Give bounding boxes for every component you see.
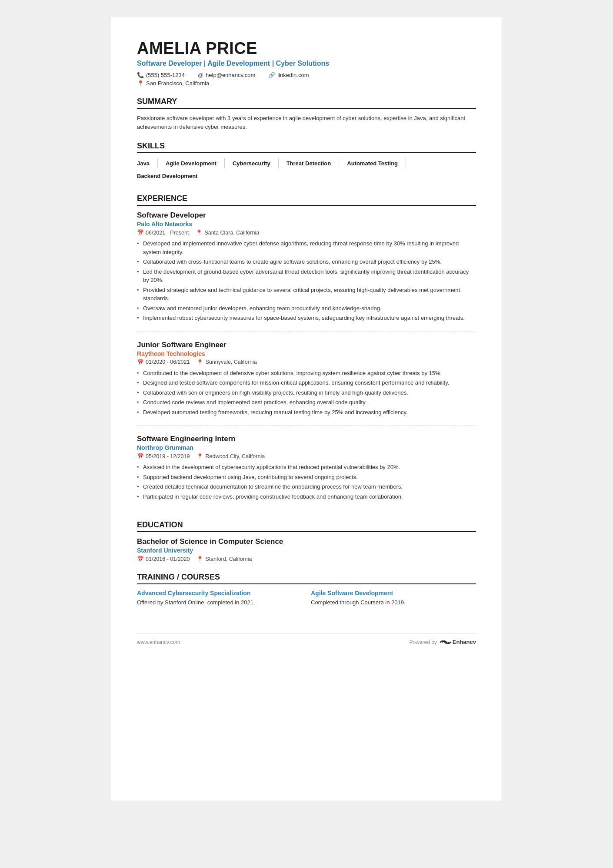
- job-2-company: Raytheon Technologies: [137, 350, 476, 357]
- job-1-title: Software Developer: [137, 211, 476, 220]
- linkedin-icon: 🔗: [268, 72, 275, 78]
- footer: www.enhancv.com Powered by Enhancv: [137, 633, 476, 646]
- bullet-item: Developed automated testing frameworks, …: [137, 408, 476, 417]
- email-text: help@enhancv.com: [206, 72, 255, 78]
- location-icon-3: 📍: [197, 453, 203, 459]
- training-section: TRAINING / COURSES Advanced Cybersecurit…: [137, 573, 476, 607]
- experience-section: EXPERIENCE Software Developer Palo Alto …: [137, 194, 476, 510]
- footer-url: www.enhancv.com: [137, 639, 180, 645]
- training-title: TRAINING / COURSES: [137, 573, 476, 584]
- job-2-meta: 📅 01/2020 - 06/2021 📍 Sunnyvale, Califor…: [137, 359, 476, 365]
- location-pin-icon: 📍: [137, 80, 144, 87]
- edu-meta: 📅 01/2016 - 01/2020 📍 Stanford, Californ…: [137, 556, 476, 562]
- enhancv-icon: [440, 639, 452, 646]
- job-3-title: Software Engineering Intern: [137, 435, 476, 443]
- training-1-desc: Offered by Stanford Online, completed in…: [137, 598, 302, 607]
- bullet-item: Designed and tested software components …: [137, 379, 476, 387]
- bullet-item: Assisted in the development of cybersecu…: [137, 463, 476, 472]
- bullet-item: Developed and implemented innovative cyb…: [137, 239, 476, 256]
- job-2-bullets: Contributed to the development of defens…: [137, 369, 476, 417]
- bullet-item: Collaborated with senior engineers on hi…: [137, 389, 476, 397]
- bullet-item: Provided strategic advice and technical …: [137, 286, 476, 303]
- resume-container: AMELIA PRICE Software Developer | Agile …: [111, 17, 502, 801]
- job-1-meta: 📅 06/2021 - Present 📍 Santa Clara, Calif…: [137, 229, 476, 236]
- bullet-item: Led the development of ground-based cybe…: [137, 268, 476, 285]
- job-2-date: 📅 01/2020 - 06/2021: [137, 359, 190, 365]
- job-3-bullets: Assisted in the development of cybersecu…: [137, 463, 476, 501]
- bullet-item: Oversaw and mentored junior developers, …: [137, 304, 476, 313]
- location-text: San Francisco, California: [146, 80, 209, 87]
- skills-title: SKILLS: [137, 141, 476, 153]
- skills-section: SKILLS Java Agile Development Cybersecur…: [137, 141, 476, 184]
- job-1-bullets: Developed and implemented innovative cyb…: [137, 239, 476, 322]
- bullet-item: Conducted code reviews and implemented b…: [137, 398, 476, 407]
- enhancv-brand-name: Enhancv: [453, 639, 476, 645]
- email-icon: @: [198, 72, 203, 78]
- linkedin-contact: 🔗 linkedin.com: [268, 72, 309, 78]
- training-2-title: Agile Software Development: [311, 590, 476, 597]
- calendar-icon-1: 📅: [137, 229, 144, 236]
- education-title: EDUCATION: [137, 520, 476, 532]
- phone-icon: 📞: [137, 72, 144, 78]
- summary-title: SUMMARY: [137, 97, 476, 109]
- training-grid: Advanced Cybersecurity Specialization Of…: [137, 590, 476, 607]
- skill-testing: Automated Testing: [347, 158, 406, 168]
- job-2: Junior Software Engineer Raytheon Techno…: [137, 341, 476, 426]
- job-2-location: 📍 Sunnyvale, California: [197, 359, 257, 365]
- job-3-meta: 📅 05/2019 - 12/2019 📍 Redwood City, Cali…: [137, 453, 476, 459]
- enhancv-logo: Enhancv: [440, 639, 476, 646]
- email-contact: @ help@enhancv.com: [198, 72, 255, 78]
- phone-text: (555) 555-1234: [146, 72, 185, 78]
- job-3-date: 📅 05/2019 - 12/2019: [137, 453, 190, 459]
- powered-by-text: Powered by: [409, 639, 436, 645]
- summary-section: SUMMARY Passionate software developer wi…: [137, 97, 476, 131]
- job-3: Software Engineering Intern Northrop Gru…: [137, 435, 476, 510]
- location-icon-edu: 📍: [197, 556, 203, 562]
- phone-contact: 📞 (555) 555-1234: [137, 72, 185, 78]
- skills-row: Java Agile Development Cybersecurity Thr…: [137, 158, 476, 184]
- bullet-item: Created detailed technical documentation…: [137, 483, 476, 491]
- bullet-item: Collaborated with cross-functional teams…: [137, 258, 476, 266]
- candidate-name: AMELIA PRICE: [137, 39, 476, 58]
- job-1-company: Palo Alto Networks: [137, 221, 476, 228]
- header-section: AMELIA PRICE Software Developer | Agile …: [137, 39, 476, 87]
- calendar-icon-edu: 📅: [137, 556, 144, 562]
- location-icon-1: 📍: [196, 229, 203, 236]
- training-item-2: Agile Software Development Completed thr…: [311, 590, 476, 607]
- job-2-title: Junior Software Engineer: [137, 341, 476, 349]
- bullet-item: Supported backend development using Java…: [137, 473, 476, 482]
- training-2-desc: Completed through Coursera in 2019.: [311, 598, 476, 607]
- edu-location: 📍 Stanford, California: [197, 556, 252, 562]
- education-section: EDUCATION Bachelor of Science in Compute…: [137, 520, 476, 562]
- edu-school: Stanford University: [137, 547, 476, 554]
- edu-degree: Bachelor of Science in Computer Science: [137, 537, 476, 546]
- job-1-location: 📍 Santa Clara, California: [196, 229, 259, 236]
- skill-backend: Backend Development: [137, 171, 205, 181]
- calendar-icon-3: 📅: [137, 453, 144, 459]
- location-icon-2: 📍: [197, 359, 203, 365]
- job-3-company: Northrop Grumman: [137, 444, 476, 451]
- contact-row: 📞 (555) 555-1234 @ help@enhancv.com 🔗 li…: [137, 72, 476, 78]
- training-1-title: Advanced Cybersecurity Specialization: [137, 590, 302, 597]
- edu-date: 📅 01/2016 - 01/2020: [137, 556, 190, 562]
- footer-powered: Powered by Enhancv: [409, 639, 476, 646]
- location-row: 📍 San Francisco, California: [137, 80, 476, 87]
- skill-cybersecurity: Cybersecurity: [233, 158, 279, 168]
- skill-java: Java: [137, 158, 158, 168]
- bullet-item: Implemented robust cybersecurity measure…: [137, 314, 476, 322]
- training-item-1: Advanced Cybersecurity Specialization Of…: [137, 590, 302, 607]
- bullet-item: Participated in regular code reviews, pr…: [137, 493, 476, 501]
- job-3-location: 📍 Redwood City, California: [197, 453, 265, 459]
- job-1-date: 📅 06/2021 - Present: [137, 229, 189, 236]
- calendar-icon-2: 📅: [137, 359, 144, 365]
- bullet-item: Contributed to the development of defens…: [137, 369, 476, 378]
- job-1: Software Developer Palo Alto Networks 📅 …: [137, 211, 476, 332]
- summary-text: Passionate software developer with 3 yea…: [137, 114, 476, 131]
- experience-title: EXPERIENCE: [137, 194, 476, 206]
- skill-agile: Agile Development: [166, 158, 225, 168]
- skill-threat: Threat Detection: [287, 158, 340, 168]
- linkedin-text: linkedin.com: [277, 72, 309, 78]
- candidate-title: Software Developer | Agile Development |…: [137, 60, 476, 67]
